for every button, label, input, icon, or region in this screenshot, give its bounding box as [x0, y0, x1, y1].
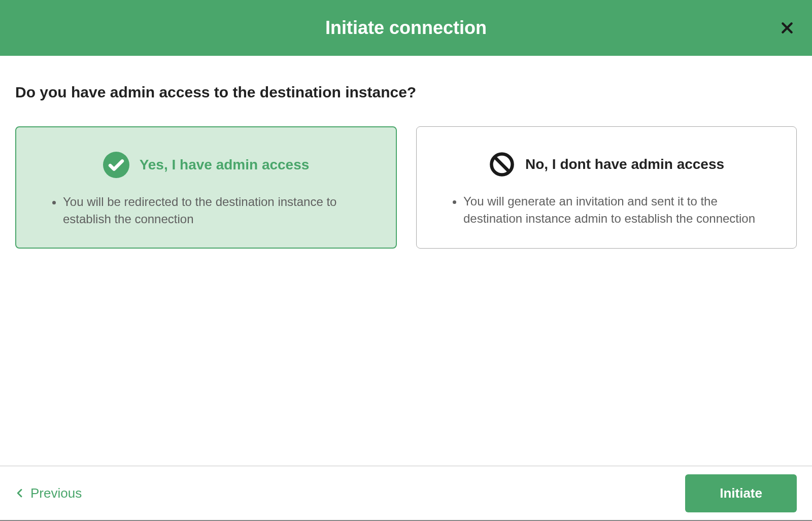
- option-card-no-head: No, I dont have admin access: [440, 151, 773, 178]
- initiate-button[interactable]: Initiate: [685, 474, 797, 512]
- admin-access-question: Do you have admin access to the destinat…: [15, 84, 797, 101]
- chevron-left-icon: [15, 487, 24, 500]
- close-icon: [781, 21, 794, 34]
- option-yes-bullet: You will be redirected to the destinatio…: [63, 193, 373, 227]
- previous-button[interactable]: Previous: [15, 482, 82, 504]
- option-no-title: No, I dont have admin access: [525, 156, 724, 172]
- option-yes-title: Yes, I have admin access: [140, 157, 310, 173]
- close-button[interactable]: [777, 18, 797, 38]
- option-card-yes-head: Yes, I have admin access: [40, 152, 373, 178]
- option-cards: Yes, I have admin access You will be red…: [15, 126, 797, 249]
- check-circle-icon: [103, 152, 129, 178]
- dialog-header: Initiate connection: [0, 0, 812, 56]
- dialog-footer: Previous Initiate: [0, 466, 812, 521]
- dialog-content: Do you have admin access to the destinat…: [0, 56, 812, 466]
- option-no-bullet: You will generate an invitation and sent…: [463, 193, 773, 227]
- prohibited-icon: [489, 151, 515, 178]
- svg-line-2: [494, 157, 509, 171]
- previous-label: Previous: [30, 485, 82, 501]
- dialog-title: Initiate connection: [325, 17, 487, 39]
- option-card-yes[interactable]: Yes, I have admin access You will be red…: [15, 126, 397, 249]
- option-card-no[interactable]: No, I dont have admin access You will ge…: [416, 126, 797, 249]
